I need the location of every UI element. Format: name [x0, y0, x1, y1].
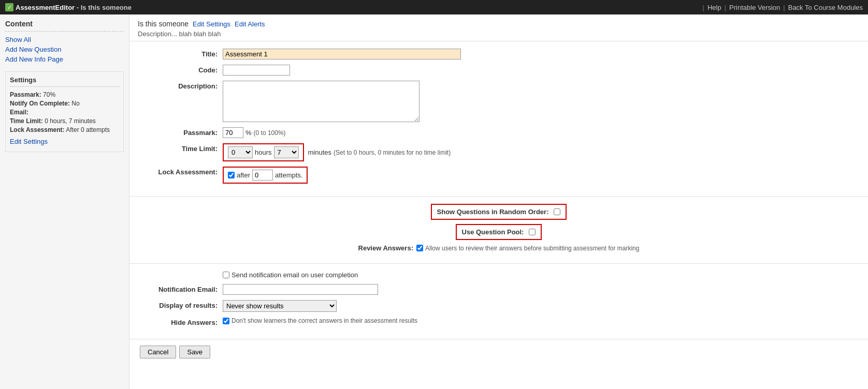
edit-alerts-link[interactable]: Edit Alerts [235, 20, 265, 28]
code-label: Code: [140, 65, 223, 74]
display-results-select[interactable]: Never show results Always show results S… [223, 300, 337, 312]
hide-answers-hint: Don't show learners the correct answers … [232, 317, 417, 324]
settings-section-title: Settings [10, 76, 119, 87]
settings-box: Settings Passmark: 70% Notify On Complet… [5, 71, 124, 152]
passmark-pct: % [245, 129, 252, 137]
save-button[interactable]: Save [179, 346, 210, 358]
lock-label: Lock Assessment: [140, 167, 223, 176]
printable-version-link[interactable]: Printable Version [729, 4, 780, 11]
add-new-question-link[interactable]: Add New Question [5, 46, 124, 53]
notification-email-row: Notification Email: [140, 284, 858, 295]
attempts-label: attempts. [275, 171, 302, 179]
hours-select[interactable]: 01234 [228, 146, 253, 158]
hide-answers-checkbox[interactable] [223, 318, 229, 324]
lock-setting: Lock Assessment: After 0 attempts [10, 126, 119, 133]
question-pool-label: Use Question Pool: [462, 228, 524, 236]
back-to-course-link[interactable]: Back To Course Modules [788, 4, 863, 11]
display-results-row: Display of results: Never show results A… [140, 300, 858, 312]
show-all-link[interactable]: Show All [5, 36, 124, 43]
passmark-hint: (0 to 100%) [254, 129, 286, 137]
question-pool-row: Use Question Pool: [140, 224, 858, 240]
topbar: ✓ AssessmentEditor - Is this someone | H… [0, 0, 868, 14]
add-new-info-page-link[interactable]: Add New Info Page [5, 55, 124, 63]
question-pool-checkbox[interactable] [529, 229, 536, 235]
title-input[interactable] [223, 49, 461, 59]
basic-info-section: Title: Code: Description: Passmark: [129, 41, 868, 197]
hide-answers-label: Hide Answers: [140, 317, 223, 326]
lock-row: Lock Assessment: after attempts. [140, 167, 858, 184]
random-order-red-box: Show Questions in Random Order: [431, 204, 567, 220]
checkmark-icon: ✓ [5, 3, 13, 11]
time-limit-setting: Time Limit: 0 hours, 7 minutes [10, 117, 119, 125]
notification-email-input[interactable] [223, 284, 378, 295]
email-setting: Email: [10, 109, 119, 116]
time-limit-red-box: 01234 hours 012345678 [223, 143, 304, 161]
edit-settings-link[interactable]: Edit Settings [193, 20, 230, 28]
time-limit-row: Time Limit: 01234 hours 012345678 minute… [140, 143, 858, 161]
display-results-label: Display of results: [140, 300, 223, 309]
question-options-section: Show Questions in Random Order: Use Ques… [129, 197, 868, 264]
page-title: Is this someone [138, 20, 189, 28]
time-limit-label: Time Limit: [140, 143, 223, 153]
notification-check-row: Send notification email on user completi… [140, 271, 858, 279]
sidebar: Content Show All Add New Question Add Ne… [0, 14, 129, 389]
description-textarea[interactable] [223, 81, 419, 122]
passmark-input[interactable] [223, 127, 243, 138]
top-links: | Help | Printable Version | Back To Cou… [703, 4, 863, 11]
notification-section: Send notification email on user completi… [129, 264, 868, 339]
lock-red-box: after attempts. [223, 167, 308, 184]
random-order-row: Show Questions in Random Order: [140, 204, 858, 220]
minutes-label: minutes [308, 148, 332, 156]
review-checkbox[interactable] [416, 245, 423, 251]
notification-email-label: Notification Email: [140, 284, 223, 293]
title-label: Title: [140, 49, 223, 58]
passmark-row: Passmark: % (0 to 100%) [140, 127, 858, 138]
description-row: Description: [140, 81, 858, 122]
edit-settings-sidebar-link[interactable]: Edit Settings [10, 138, 119, 145]
review-label: Review Answers: [358, 244, 413, 252]
review-hint: Allow users to review their answers befo… [425, 245, 640, 252]
minutes-select[interactable]: 012345678 [274, 146, 299, 158]
title-row: Title: [140, 49, 858, 59]
question-pool-red-box: Use Question Pool: [456, 224, 542, 240]
page-header: Is this someone Edit Settings Edit Alert… [129, 14, 868, 41]
app-name: AssessmentEditor - Is this someone [16, 4, 132, 11]
form-buttons: Cancel Save [129, 339, 868, 365]
lock-checkbox[interactable] [228, 172, 235, 178]
hours-label: hours [255, 148, 272, 156]
code-row: Code: [140, 65, 858, 76]
hide-answers-row: Hide Answers: Don't show learners the co… [140, 317, 858, 326]
cancel-button[interactable]: Cancel [140, 346, 176, 358]
lock-after-label: after [237, 171, 250, 179]
page-description: Description... blah blah blah [138, 30, 860, 38]
notification-checkbox-label: Send notification email on user completi… [232, 271, 358, 279]
help-link[interactable]: Help [707, 4, 721, 11]
random-order-checkbox[interactable] [554, 208, 560, 215]
passmark-setting: Passmark: 70% [10, 91, 119, 98]
random-order-label: Show Questions in Random Order: [437, 208, 549, 216]
passmark-label: Passmark: [140, 127, 223, 137]
attempts-input[interactable] [252, 170, 273, 181]
review-answers-row: Review Answers: Allow users to review th… [140, 244, 858, 252]
notification-checkbox[interactable] [223, 272, 229, 278]
description-label: Description: [140, 81, 223, 90]
code-input[interactable] [223, 65, 290, 76]
app-logo: ✓ AssessmentEditor - Is this someone [5, 3, 132, 11]
content-section-title: Content [5, 20, 124, 32]
notify-setting: Notify On Complete: No [10, 100, 119, 107]
time-limit-hint: (Set to 0 hours, 0 minutes for no time l… [334, 149, 451, 156]
main-content: Is this someone Edit Settings Edit Alert… [129, 14, 868, 389]
